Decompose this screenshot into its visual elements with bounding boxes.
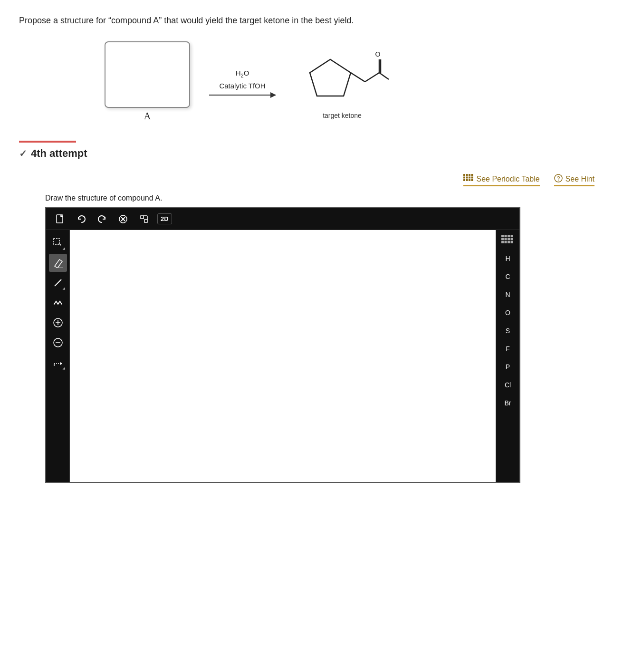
condition-h2o: H2O	[236, 69, 249, 77]
element-c-button[interactable]: C	[498, 268, 518, 285]
svg-rect-18	[471, 179, 473, 181]
eraser-tool-button[interactable]	[49, 254, 67, 272]
svg-line-6	[379, 73, 389, 79]
svg-rect-31	[54, 239, 59, 244]
svg-rect-54	[510, 241, 513, 243]
svg-text:O: O	[375, 50, 381, 58]
svg-rect-53	[508, 241, 510, 243]
svg-rect-17	[469, 179, 470, 181]
svg-rect-7	[463, 174, 465, 176]
hint-icon: ?	[554, 174, 563, 184]
hint-link[interactable]: ? See Hint	[554, 174, 594, 186]
undo-button[interactable]	[74, 211, 89, 227]
tools-row: See Periodic Table ? See Hint	[19, 174, 604, 186]
svg-rect-27	[141, 216, 144, 219]
compound-a-label: A	[105, 111, 190, 122]
drawing-canvas[interactable]	[70, 230, 496, 482]
svg-rect-15	[463, 179, 465, 181]
move-tool-button[interactable]	[49, 354, 67, 372]
svg-rect-9	[469, 174, 470, 176]
chem-toolbar-top: 2D	[46, 208, 519, 230]
svg-rect-45	[508, 235, 510, 237]
page-content: Propose a structure for “compound A” tha…	[0, 0, 623, 483]
svg-rect-10	[471, 174, 473, 176]
svg-rect-51	[501, 241, 504, 243]
element-s-button[interactable]: S	[498, 322, 518, 339]
reaction-arrow-container: H2O Catalytic TfOH	[204, 67, 280, 96]
element-cl-button[interactable]: Cl	[498, 376, 518, 394]
clear-button[interactable]	[115, 211, 131, 227]
target-ketone-label: target ketone	[323, 112, 362, 119]
divider-line	[19, 141, 76, 143]
svg-rect-28	[144, 220, 147, 222]
svg-line-2	[365, 73, 379, 82]
compound-a-box	[105, 41, 190, 108]
svg-rect-50	[510, 238, 513, 240]
condition-catalyst: Catalytic TfOH	[219, 82, 265, 90]
hint-label: See Hint	[565, 175, 594, 183]
select-tool-button[interactable]	[49, 234, 67, 252]
svg-rect-13	[469, 177, 470, 179]
svg-marker-41	[60, 362, 62, 365]
left-tool-panel	[46, 230, 70, 482]
svg-rect-12	[466, 177, 468, 179]
reaction-diagram: A H2O Catalytic TfOH	[19, 41, 604, 122]
reaction-arrow	[209, 95, 276, 96]
svg-line-34	[55, 279, 61, 286]
periodic-table-mini-button[interactable]	[498, 232, 518, 249]
svg-text:?: ?	[556, 175, 560, 182]
ketone-molecule-svg: O	[295, 46, 390, 108]
element-n-button[interactable]: N	[498, 286, 518, 303]
draw-instruction: Draw the structure of compound A.	[19, 194, 604, 202]
new-button[interactable]	[53, 211, 68, 227]
attempt-number: 4th attempt	[31, 147, 87, 160]
svg-rect-44	[504, 235, 507, 237]
svg-rect-47	[501, 238, 504, 240]
svg-rect-49	[508, 238, 510, 240]
single-bond-button[interactable]	[49, 274, 67, 292]
redo-button[interactable]	[95, 211, 110, 227]
periodic-table-link[interactable]: See Periodic Table	[463, 174, 540, 186]
checkmark-icon: ✓	[19, 148, 27, 159]
right-elements-panel: H C N O S F P Cl Br	[496, 230, 519, 482]
svg-line-1	[351, 73, 365, 82]
svg-marker-0	[310, 59, 351, 96]
svg-rect-16	[466, 179, 468, 181]
attempt-label: ✓ 4th attempt	[19, 147, 604, 160]
mode-2d-label: 2D	[157, 213, 172, 224]
svg-rect-48	[504, 238, 507, 240]
expand-button[interactable]	[136, 211, 152, 227]
element-p-button[interactable]: P	[498, 358, 518, 375]
svg-rect-8	[466, 174, 468, 176]
periodic-table-label: See Periodic Table	[477, 175, 540, 183]
chain-bond-button[interactable]	[49, 294, 67, 312]
element-br-button[interactable]: Br	[498, 394, 518, 412]
svg-rect-52	[504, 241, 507, 243]
element-f-button[interactable]: F	[498, 340, 518, 357]
svg-rect-43	[501, 235, 504, 237]
compound-a-container: A	[105, 41, 190, 122]
periodic-table-icon	[463, 174, 474, 184]
question-text: Propose a structure for “compound A” tha…	[19, 14, 604, 27]
element-h-button[interactable]: H	[498, 250, 518, 267]
target-ketone-container: O target ketone	[295, 44, 390, 119]
reaction-conditions: H2O Catalytic TfOH	[219, 67, 265, 92]
charge-minus-button[interactable]	[49, 334, 67, 352]
svg-rect-46	[510, 235, 513, 237]
charge-plus-button[interactable]	[49, 314, 67, 332]
chem-drawing-tool[interactable]: 2D	[45, 207, 520, 483]
svg-marker-32	[58, 243, 61, 246]
svg-rect-11	[463, 177, 465, 179]
svg-rect-14	[471, 177, 473, 179]
element-o-button[interactable]: O	[498, 304, 518, 321]
chem-main: H C N O S F P Cl Br	[46, 230, 519, 482]
